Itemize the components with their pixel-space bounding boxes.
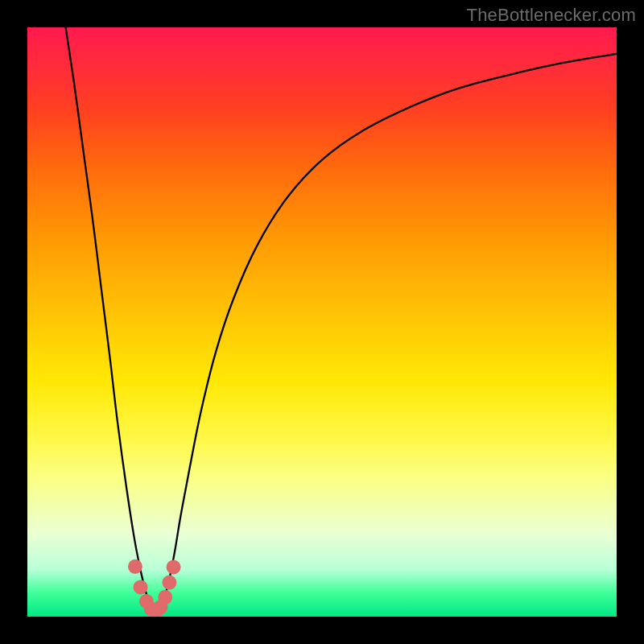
bottleneck-curve	[27, 27, 617, 617]
highlight-markers	[27, 27, 617, 617]
plot-area	[27, 27, 617, 617]
marker-dot	[144, 601, 159, 616]
marker-dot	[162, 576, 176, 590]
marker-dot	[153, 600, 167, 614]
marker-dot	[128, 559, 142, 574]
marker-dot	[158, 590, 172, 605]
marker-dot	[139, 594, 154, 609]
marker-dot	[149, 604, 163, 617]
watermark-text: TheBottlenecker.com	[467, 5, 636, 26]
marker-dot	[167, 560, 181, 575]
marker-dot	[134, 580, 148, 594]
chart-frame: TheBottlenecker.com	[0, 0, 644, 644]
